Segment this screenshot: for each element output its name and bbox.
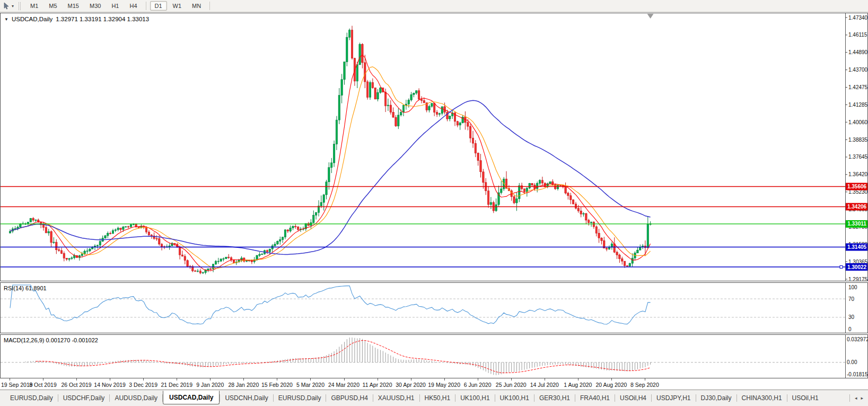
macd-signal-line [36, 341, 651, 373]
svg-text:1.42475: 1.42475 [848, 84, 867, 90]
time-axis-tick [210, 378, 211, 381]
tab-usoil-h1[interactable]: USOil,H1 [787, 393, 823, 403]
svg-text:1.37645: 1.37645 [848, 154, 867, 160]
line-drag-handle[interactable] [840, 266, 843, 269]
svg-text:1.36420: 1.36420 [848, 171, 867, 177]
price-axis[interactable]: 1.473401.461151.448901.437001.424751.412… [845, 15, 867, 281]
time-axis-tick [511, 378, 512, 381]
cursor-tool-icon[interactable] [2, 1, 11, 11]
rsi-indicator-panel: 10070300 RSI(14) 61.8901 [0, 282, 868, 333]
time-axis[interactable]: 19 Sep 20198 Oct 201926 Oct 201914 Nov 2… [0, 378, 868, 390]
date-label: 20 Aug 2020 [595, 382, 627, 388]
time-axis-tick [277, 378, 277, 381]
svg-text:1.29175: 1.29175 [848, 277, 867, 281]
time-axis-tick [411, 378, 411, 381]
macd-histogram [25, 338, 651, 375]
date-label: 24 Mar 2020 [328, 382, 360, 388]
svg-text:1.38835: 1.38835 [848, 137, 867, 143]
timeframe-button-d1[interactable]: D1 [150, 1, 167, 11]
rsi-canvas[interactable]: 10070300 [1, 283, 867, 333]
moving-average-8-line[interactable] [10, 55, 651, 271]
svg-text:1.33011: 1.33011 [847, 221, 866, 227]
timeframe-button-h4[interactable]: H4 [125, 1, 142, 11]
svg-text:1.35606: 1.35606 [847, 184, 867, 189]
svg-text:1.43700: 1.43700 [848, 67, 867, 73]
time-axis-tick [76, 378, 77, 381]
date-label: 3 Dec 2019 [129, 382, 157, 388]
toolbar-separator [146, 2, 146, 10]
tab-fra40-h1[interactable]: FRA40,H1 [575, 393, 615, 403]
date-label: 26 Oct 2019 [61, 382, 91, 388]
tab-separator [849, 394, 850, 402]
tab-eurusd-daily[interactable]: EURUSD,Daily [5, 393, 58, 403]
time-axis-tick [344, 378, 345, 381]
tab-usdchf-daily[interactable]: USDCHF,Daily [58, 393, 110, 403]
tab-uk100-h1[interactable]: UK100,H1 [455, 393, 494, 403]
toolbar: ▾ M1M5M15M30H1H4D1W1MN [0, 0, 868, 12]
date-label: 21 Dec 2019 [161, 382, 192, 388]
main-chart-canvas[interactable]: 1.473401.461151.448901.437001.424751.412… [1, 13, 867, 281]
timeframe-button-h1[interactable]: H1 [107, 1, 124, 11]
svg-text:1.46115: 1.46115 [848, 32, 867, 38]
tab-eurusd-daily[interactable]: EURUSD,Daily [274, 393, 326, 403]
tab-scroll-controls: ◂▸ [845, 394, 868, 402]
candles [9, 26, 651, 274]
moving-average-55-line[interactable] [10, 100, 651, 254]
chevron-down-icon[interactable]: ▾ [11, 4, 16, 8]
svg-text:1.44890: 1.44890 [848, 49, 867, 55]
timeframe-button-m15[interactable]: M15 [63, 1, 84, 11]
chart-shift-marker[interactable] [647, 14, 654, 19]
tab-scroll-left-icon[interactable]: ◂ [855, 395, 857, 401]
macd-canvas[interactable]: 0.0329720.00-0.018154 [1, 335, 867, 378]
time-axis-tick [545, 378, 545, 381]
tab-usdcad-daily[interactable]: USDCAD,Daily [163, 391, 220, 404]
chart-symbol-label: USDCAD,Daily [12, 16, 52, 22]
tab-hk50-h1[interactable]: HK50,H1 [420, 393, 455, 403]
date-label: 9 Jan 2020 [196, 382, 224, 388]
time-axis-tick [578, 378, 578, 381]
tab-scroll-right-icon[interactable]: ▸ [861, 395, 863, 401]
date-label: 1 Aug 2020 [564, 382, 592, 388]
date-label: 19 May 2020 [428, 382, 460, 388]
time-axis-tick [378, 378, 378, 381]
window-menu-icon[interactable]: ▼ [4, 17, 8, 22]
time-axis-tick [478, 378, 478, 381]
timeframe-button-mn[interactable]: MN [187, 1, 206, 11]
date-label: 15 Feb 2020 [261, 382, 293, 388]
time-axis-tick [110, 378, 110, 381]
tab-usoil-h4[interactable]: USOil,H4 [615, 393, 651, 403]
time-axis-tick [645, 378, 645, 381]
macd-label: MACD(12,26,9) 0.001270 -0.001022 [4, 337, 98, 343]
tab-dj30-daily[interactable]: DJ30,Daily [696, 393, 737, 403]
timeframe-button-m30[interactable]: M30 [85, 1, 106, 11]
time-axis-tick [10, 378, 10, 381]
date-label: 14 Jul 2020 [530, 382, 559, 388]
svg-text:0.032972: 0.032972 [847, 336, 867, 342]
svg-text:1.40060: 1.40060 [848, 119, 867, 125]
tab-uk100-h1[interactable]: UK100,H1 [495, 393, 534, 403]
tab-xauusd-h1[interactable]: XAUUSD,H1 [373, 393, 419, 403]
timeframe-button-w1[interactable]: W1 [168, 1, 187, 11]
time-axis-tick [310, 378, 311, 381]
timeframe-buttons: M1M5M15M30H1H4D1W1MN [25, 1, 213, 11]
svg-text:1.30022: 1.30022 [847, 264, 867, 270]
tab-china300-h1[interactable]: CHINA300,H1 [737, 393, 787, 403]
chart-title: ▼ USDCAD,Daily 1.32971 1.33191 1.32904 1… [4, 16, 149, 22]
tab-ger30-h1[interactable]: GER30,H1 [534, 393, 575, 403]
tab-usdjpy-h1[interactable]: USDJPY,H1 [652, 393, 695, 403]
tab-usdcnh-daily[interactable]: USDCNH,Daily [220, 393, 273, 403]
svg-text:1.47340: 1.47340 [848, 15, 867, 21]
date-label: 14 Nov 2019 [94, 382, 126, 388]
time-axis-tick [444, 378, 445, 381]
timeframe-button-m5[interactable]: M5 [44, 1, 62, 11]
tab-gbpusd-h4[interactable]: GBPUSD,H4 [326, 393, 372, 403]
chart-ohlc-values: 1.32971 1.33191 1.32904 1.33013 [56, 16, 149, 22]
macd-indicator-panel: 0.0329720.00-0.018154 MACD(12,26,9) 0.00… [0, 334, 868, 378]
time-axis-tick [243, 378, 244, 381]
date-label: 28 Jan 2020 [228, 382, 259, 388]
svg-text:1.31405: 1.31405 [847, 244, 867, 250]
timeframe-button-m1[interactable]: M1 [25, 1, 43, 11]
toolbar-grip[interactable] [19, 2, 21, 10]
tab-audusd-daily[interactable]: AUDUSD,Daily [110, 393, 162, 403]
rsi-label: RSI(14) 61.8901 [4, 285, 47, 291]
